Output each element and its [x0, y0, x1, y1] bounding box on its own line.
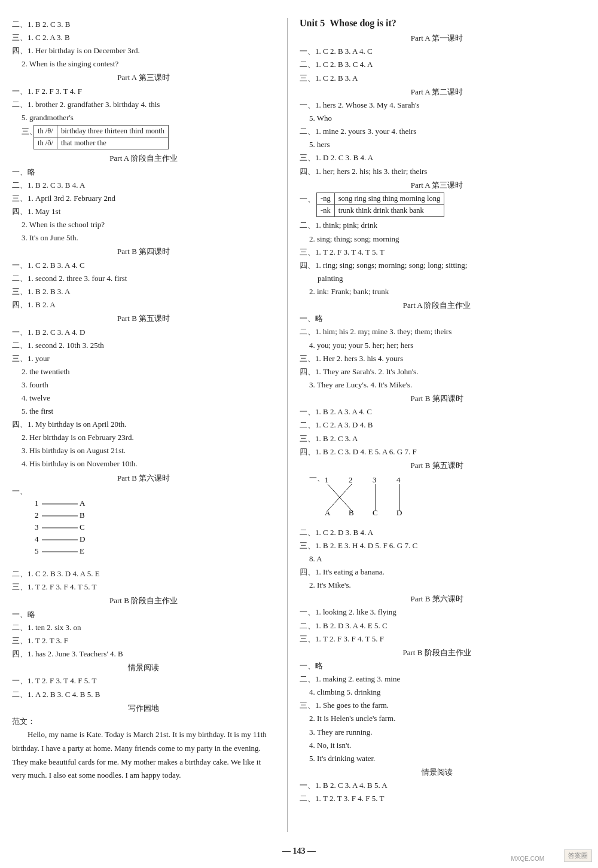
- partB-zizhu-er: 二、1. ten 2. six 3. on: [12, 621, 275, 634]
- r-partB-zizhu-er-a: 二、1. making 2. eating 3. mine: [300, 673, 574, 686]
- r-partB4-er: 二、1. C 2. A 3. D 4. B: [300, 418, 574, 432]
- r-partB5-diagram: 一、 1 2 3 4 A B C D: [309, 472, 574, 524]
- right-column: Unit 5 Whose dog is it? Part A 第一课时 一、1.…: [287, 18, 574, 832]
- r-partA2-yi-b: 5. Who: [300, 112, 574, 125]
- r-partB4-title: Part B 第四课时: [300, 392, 574, 405]
- r-diagram-svg: 1 2 3 4 A B C D: [319, 473, 414, 521]
- partA3-title: Part A 第三课时: [12, 71, 275, 84]
- zuowen-title: 写作园地: [12, 701, 275, 715]
- r-partB5-si-a: 四、1. It's eating a banana.: [300, 566, 574, 579]
- partA-zizhu-yi: 一、略: [12, 166, 275, 179]
- r-partA-zizhu-er-b: 4. you; you; your 5. her; her; hers: [300, 339, 574, 352]
- svg-text:A: A: [325, 508, 331, 517]
- r-phoneme-2: -nk: [317, 205, 335, 217]
- r-partA3-er-a: 二、1. think; pink; drink: [300, 219, 574, 232]
- svg-text:C: C: [80, 522, 85, 531]
- r-partA2-si: 四、1. her; hers 2. his; his 3. their; the…: [300, 165, 574, 178]
- partB5-yi: 一、1. B 2. C 3. A 4. D: [12, 326, 275, 339]
- r-partA1-title: Part A 第一课时: [300, 31, 574, 45]
- qingjing-er-left: 二、1. A 2. B 3. C 4. B 5. B: [12, 688, 275, 701]
- phonics-table-2: -ng song ring sing thing morning long -n…: [316, 192, 444, 217]
- r-partA-zizhu-yi: 一、略: [300, 312, 574, 325]
- partB5-san-b: 2. the twentieth: [12, 365, 275, 378]
- partA3-er-a: 二、1. brother 2. grandfather 3. birthday …: [12, 98, 275, 111]
- r-partA-zizhu-san: 三、1. Her 2. hers 3. his 4. yours: [300, 352, 574, 365]
- svg-text:B: B: [349, 508, 354, 517]
- partA-zizhu-san: 三、1. April 3rd 2. February 2nd: [12, 192, 275, 205]
- watermark-logo: 答案圈: [564, 849, 592, 862]
- r-partB6-yi: 一、1. looking 2. like 3. flying: [300, 606, 574, 619]
- r-partB5-san-b: 8. A: [300, 552, 574, 566]
- r-partA3-si-b: 2. ink: Frank; bank; trunk: [300, 285, 574, 298]
- partB5-san-a: 三、1. your: [12, 352, 275, 365]
- svg-text:5: 5: [35, 546, 39, 555]
- r-partB-zizhu-san-a: 三、1. She goes to the farm.: [300, 699, 574, 712]
- unit5-title: Unit 5: [300, 18, 325, 29]
- unit5-header: Unit 5 Whose dog is it?: [300, 18, 574, 30]
- r-partB5-si-b: 2. It's Mike's.: [300, 579, 574, 592]
- r-partA-zizhu-title: Part A 阶段自主作业: [300, 298, 574, 312]
- partB5-si-b: 2. Her birthday is on February 23rd.: [12, 431, 275, 444]
- left-column: 二、1. B 2. C 3. B 三、1. C 2. A 3. B 四、1. H…: [12, 18, 287, 832]
- r-partB5-san-a: 三、1. B 2. E 3. H 4. D 5. F 6. G 7. C: [300, 539, 574, 552]
- r-partA-zizhu-er-a: 二、1. him; his 2. my; mine 3. they; them;…: [300, 325, 574, 338]
- svg-text:3: 3: [373, 475, 377, 484]
- r-partB-zizhu-yi: 一、略: [300, 659, 574, 673]
- partB-zizhu-san: 三、1. T 2. T 3. F: [12, 634, 275, 647]
- svg-text:1: 1: [325, 475, 329, 484]
- essay-para-1: Hello, my name is Kate. Today is March 2…: [12, 728, 275, 783]
- partB5-san-d: 4. twelve: [12, 392, 275, 405]
- qingjing-yi-left: 一、1. T 2. F 3. T 4. F 5. T: [12, 674, 275, 687]
- r-partA-zizhu-si-b: 3. They are Lucy's. 4. It's Mike's.: [300, 378, 574, 392]
- r-partA-zizhu-si-a: 四、1. They are Sarah's. 2. It's John's.: [300, 365, 574, 378]
- r-partA2-er-b: 5. hers: [300, 138, 574, 151]
- partB5-san-e: 5. the first: [12, 405, 275, 418]
- svg-text:A: A: [80, 499, 86, 508]
- partB4-title: Part B 第四课时: [12, 244, 275, 258]
- partB5-si-a: 四、1. My birthday is on April 20th.: [12, 418, 275, 431]
- r-partA3-si-a: 四、1. ring; sing; songs; morning; song; l…: [300, 259, 574, 272]
- watermark-url: MXQE.COM: [511, 855, 544, 862]
- r-partA2-san: 三、1. D 2. C 3. B 4. A: [300, 151, 574, 164]
- svg-text:D: D: [80, 534, 85, 543]
- r-partA2-title: Part A 第二课时: [300, 85, 574, 99]
- partB4-yi: 一、1. C 2. B 3. A 4. C: [12, 259, 275, 272]
- r-partB6-title: Part B 第六课时: [300, 592, 574, 606]
- r-partB5-er: 二、1. C 2. D 3. B 4. A: [300, 526, 574, 539]
- r-qingjing-er: 二、1. T 2. T 3. F 4. F 5. T: [300, 792, 574, 805]
- r-partB-zizhu-san-d: 4. No, it isn't.: [300, 739, 574, 752]
- phonics-table-1: th /θ/ birthday three thirteen third mon…: [33, 125, 169, 149]
- phoneme-1: th /θ/: [34, 126, 57, 137]
- partA3-yi: 一、1. F 2. F 3. T 4. F: [12, 85, 275, 98]
- svg-text:1: 1: [35, 499, 39, 508]
- partA-zizhu-er: 二、1. B 2. C 3. B 4. A: [12, 179, 275, 192]
- svg-text:3: 3: [35, 522, 39, 531]
- partB4-er: 二、1. second 2. three 3. four 4. first: [12, 272, 275, 285]
- svg-text:4: 4: [35, 534, 39, 543]
- line-si-1a: 四、1. Her birthday is on December 3rd.: [12, 44, 275, 57]
- r-partB6-san: 三、1. T 2. F 3. F 4. T 5. F: [300, 632, 574, 646]
- svg-text:C: C: [373, 508, 378, 517]
- r-words-1: song ring sing thing morning long: [334, 193, 444, 205]
- line-er-1: 二、1. B 2. C 3. B: [12, 18, 275, 31]
- svg-text:E: E: [80, 546, 84, 555]
- partA-zizhu-si-a: 四、1. May 1st: [12, 205, 275, 218]
- unit5-subtitle: Whose dog is it?: [329, 18, 396, 29]
- qingjing-title-left: 情景阅读: [12, 661, 275, 674]
- r-partB-zizhu-san-c: 3. They are running.: [300, 726, 574, 739]
- words-2: that mother the: [57, 137, 169, 149]
- fan-label: 范文：: [12, 715, 275, 728]
- r-phoneme-1: -ng: [317, 193, 335, 205]
- svg-text:4: 4: [396, 475, 401, 484]
- r-partB-zizhu-san-e: 5. It's drinking water.: [300, 752, 574, 765]
- partB4-san: 三、1. B 2. B 3. A: [12, 285, 275, 298]
- diagram-svg: 1 2 3 4 5 A B C D E: [29, 497, 100, 563]
- svg-text:B: B: [80, 511, 85, 519]
- partB5-san-c: 3. fourth: [12, 378, 275, 392]
- partB6-diagram-label: 一、: [12, 485, 275, 498]
- words-1: birthday three thirteen third month: [57, 126, 169, 137]
- partB5-si-c: 3. His birthday is on August 21st.: [12, 444, 275, 457]
- partB6-diagram: 1 2 3 4 5 A B C D E: [29, 497, 275, 565]
- r-partB4-san: 三、1. B 2. C 3. A: [300, 432, 574, 445]
- r-partB4-yi: 一、1. B 2. A 3. A 4. C: [300, 405, 574, 418]
